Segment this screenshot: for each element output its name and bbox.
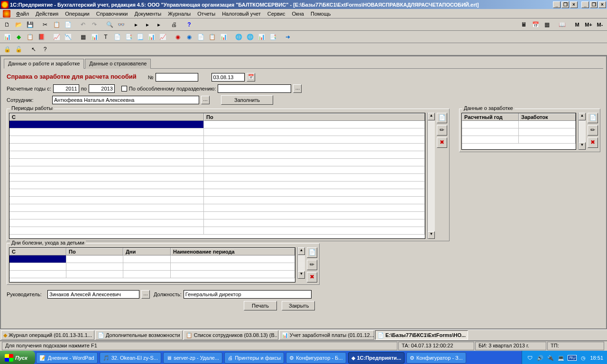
doc-button-current[interactable]: 📄E:\Базы77\БКС1\ExtForms\НО...	[375, 330, 468, 340]
periods-table[interactable]: С По	[9, 113, 425, 239]
earnings-delete-button[interactable]: ✖	[588, 137, 598, 148]
earnings-add-button[interactable]: 📄	[588, 113, 598, 123]
calendar-icon[interactable]: 📅	[530, 19, 541, 30]
col-sick-name[interactable]: Наименование периода	[171, 248, 295, 255]
tb2-3[interactable]: 📋	[25, 32, 35, 42]
mdi-restore-button[interactable]: ❐	[590, 1, 598, 8]
table-row[interactable]	[9, 189, 425, 197]
tb2-2[interactable]: ◆	[13, 32, 24, 42]
menu-windows[interactable]: Окна	[289, 10, 307, 18]
mdi-close-button[interactable]: ×	[598, 1, 606, 8]
tray-icon-2[interactable]: 🔊	[536, 354, 544, 362]
m-button[interactable]: М	[572, 19, 582, 30]
grid-icon[interactable]: ▦	[542, 19, 552, 30]
tb2-4[interactable]: 📕	[36, 32, 46, 42]
number-input[interactable]	[156, 73, 198, 82]
table-row[interactable]	[9, 212, 425, 219]
redo-icon[interactable]: ↷	[89, 19, 100, 30]
menu-docs[interactable]: Документы	[131, 10, 164, 18]
table-row[interactable]	[9, 159, 425, 166]
cut-icon[interactable]: ✂	[40, 19, 50, 30]
tb3-3[interactable]: ↖	[28, 44, 39, 55]
tb2-10[interactable]: 📄	[112, 32, 122, 42]
table-row[interactable]	[9, 144, 425, 151]
menu-help[interactable]: Помощь	[308, 10, 334, 18]
start-button[interactable]: Пуск	[0, 351, 35, 364]
close-form-button[interactable]: Закрыть	[282, 301, 315, 310]
table-row[interactable]	[9, 151, 425, 159]
fill-button[interactable]: Заполнить	[221, 95, 273, 105]
periods-scrollbar[interactable]: ▲▼	[427, 113, 435, 239]
tb2-12[interactable]: 📃	[135, 32, 145, 42]
mdi-minimize-button[interactable]: _	[581, 1, 589, 8]
col-year[interactable]: Расчетный год	[462, 113, 519, 121]
mminus-button[interactable]: М-	[595, 19, 605, 30]
col-earn[interactable]: Заработок	[519, 113, 576, 121]
menu-operations[interactable]: Операции	[62, 10, 92, 18]
task-1c[interactable]: ◆ 1С:Предприяти...	[348, 352, 405, 364]
tb2-22[interactable]: 📊	[256, 32, 267, 42]
col-sick-days[interactable]: Дни	[123, 248, 171, 255]
menu-journals[interactable]: Журналы	[165, 10, 193, 18]
table-row[interactable]	[9, 174, 425, 182]
table-row[interactable]	[9, 219, 425, 227]
earnings-table[interactable]: Расчетный год Заработок	[461, 113, 576, 150]
tb2-11[interactable]: 📑	[123, 32, 134, 42]
new-icon[interactable]: 🗋	[2, 19, 12, 30]
year-to-input[interactable]	[89, 84, 115, 93]
calc-icon[interactable]: 🖩	[519, 19, 529, 30]
book-icon[interactable]: 📖	[557, 19, 567, 30]
tb2-6[interactable]: 📉	[63, 32, 73, 42]
table-row[interactable]	[9, 204, 425, 212]
date-picker-button[interactable]: 📅	[247, 73, 255, 82]
copy-icon[interactable]: 📋	[51, 19, 62, 30]
table-row[interactable]	[462, 136, 576, 144]
tray-icon-5[interactable]: ◷	[579, 354, 587, 362]
col-from[interactable]: С	[9, 113, 204, 121]
doc-button-salary[interactable]: 📊Учет заработной платы (01.01.12...	[279, 330, 374, 340]
arrow2-icon[interactable]: ▸	[142, 19, 153, 30]
doc-button-extras[interactable]: 📄Дополнительные возможности	[95, 330, 183, 340]
task-printers[interactable]: 🖨 Принтеры и факсы	[224, 352, 284, 364]
tb2-15[interactable]: ◉	[173, 32, 183, 42]
menu-reports[interactable]: Отчеты	[194, 10, 218, 18]
help-icon[interactable]: ?	[184, 19, 194, 30]
table-row[interactable]	[9, 197, 425, 204]
restore-button[interactable]: ❐	[561, 1, 569, 8]
table-row[interactable]	[9, 121, 425, 128]
sickdays-scrollbar[interactable]: ▲▼	[297, 247, 305, 279]
sickdays-delete-button[interactable]: ✖	[307, 272, 317, 282]
arrow1-icon[interactable]: ▸	[131, 19, 141, 30]
paste-icon[interactable]: 📄	[63, 19, 73, 30]
tb2-13[interactable]: 📊	[146, 32, 156, 42]
sickdays-edit-button[interactable]: ✏	[307, 260, 317, 270]
col-sick-to[interactable]: По	[66, 248, 123, 255]
col-to[interactable]: По	[204, 113, 425, 121]
tb2-8[interactable]: 📊	[89, 32, 100, 42]
year-from-input[interactable]	[53, 84, 79, 93]
earnings-scrollbar[interactable]: ▲▼	[578, 113, 586, 150]
open-icon[interactable]: 📂	[13, 19, 24, 30]
task-wordpad[interactable]: 📝 Дневник - WordPad	[36, 352, 98, 364]
tab-work-earnings[interactable]: Данные о работе и заработке	[4, 59, 84, 69]
earnings-edit-button[interactable]: ✏	[588, 125, 598, 136]
employee-input[interactable]	[52, 96, 199, 104]
subdivision-select-button[interactable]: …	[293, 84, 302, 93]
table-row[interactable]	[9, 128, 425, 136]
task-media[interactable]: 🎵 32. Okean-El zy-S...	[100, 352, 161, 364]
menu-actions[interactable]: Действия	[33, 10, 61, 18]
sickdays-table[interactable]: С По Дни Наименование периода	[9, 247, 295, 282]
table-row[interactable]	[9, 182, 425, 189]
table-row[interactable]	[9, 166, 425, 174]
menu-service[interactable]: Сервис	[265, 10, 288, 18]
tb2-1[interactable]: 📊	[2, 32, 12, 42]
table-row[interactable]	[462, 128, 576, 136]
tb2-17[interactable]: 📄	[195, 32, 206, 42]
subdivision-input[interactable]	[218, 84, 291, 93]
table-row[interactable]	[9, 255, 295, 263]
menu-file[interactable]: Файл	[13, 10, 32, 18]
print-icon[interactable]: 🖨	[169, 19, 179, 30]
clock[interactable]: 18:51	[590, 355, 603, 361]
table-row[interactable]	[462, 121, 576, 128]
sickdays-add-button[interactable]: 📄	[307, 247, 317, 258]
